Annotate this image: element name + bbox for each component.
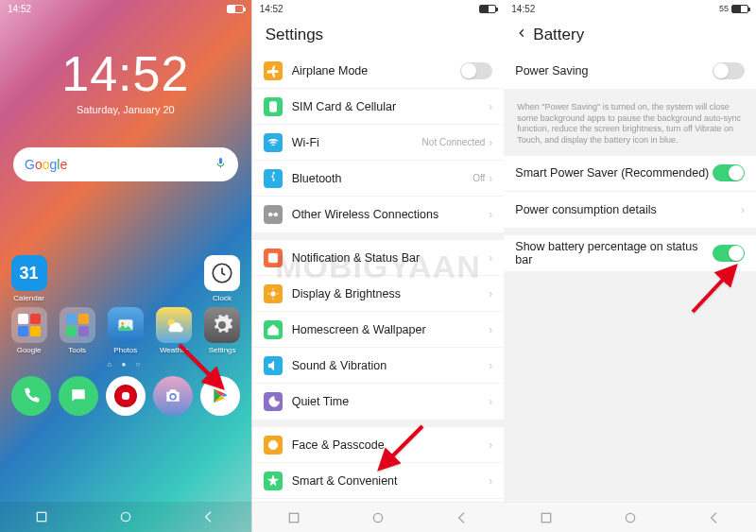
- face-icon: [264, 436, 283, 455]
- row-smart-power-saver[interactable]: Smart Power Saver (Recommended): [504, 156, 756, 192]
- page-title: Settings: [252, 17, 505, 53]
- row-label: Notification & Status Bar: [292, 251, 490, 265]
- chevron-right-icon: ›: [489, 323, 492, 336]
- app-tools-folder[interactable]: Tools: [53, 307, 101, 354]
- nav-back[interactable]: [696, 508, 733, 527]
- nav-home[interactable]: [611, 508, 649, 527]
- svg-point-20: [626, 513, 634, 522]
- app-clock[interactable]: Clock: [198, 255, 247, 302]
- status-time: 14:52: [260, 4, 284, 14]
- row-label: Quiet Time: [292, 395, 490, 408]
- chevron-right-icon: ›: [489, 474, 492, 488]
- sim-icon: [264, 97, 283, 116]
- nav-home[interactable]: [359, 508, 397, 527]
- settings-row-link[interactable]: Other Wireless Connections›: [252, 197, 505, 232]
- link-icon: [264, 205, 283, 224]
- status-bar: 14:52: [252, 0, 505, 17]
- svg-point-8: [268, 213, 272, 216]
- svg-rect-19: [541, 513, 550, 522]
- dock-play-store[interactable]: [200, 376, 240, 416]
- page-title: Battery: [504, 17, 756, 53]
- settings-row-face[interactable]: Face & Passcode›: [252, 427, 505, 463]
- nav-back[interactable]: [443, 508, 481, 527]
- row-label: Homescreen & Wallpaper: [292, 323, 490, 336]
- toggle-power-saving[interactable]: [713, 62, 745, 79]
- toggle-show-battery-percentage[interactable]: [713, 245, 745, 262]
- settings-row-airplane[interactable]: Airplane Mode: [252, 53, 505, 89]
- settings-row-smart[interactable]: Smart & Convenient›: [252, 463, 505, 499]
- chevron-right-icon: ›: [489, 136, 492, 149]
- nav-recent[interactable]: [23, 507, 60, 526]
- row-label: SIM Card & Cellular: [292, 100, 490, 113]
- nav-home[interactable]: [107, 507, 145, 526]
- settings-panel: 14:52 Settings Airplane ModeSIM Card & C…: [252, 0, 505, 532]
- settings-row-sound[interactable]: Sound & Vibration›: [252, 348, 505, 384]
- moon-icon: [264, 392, 283, 411]
- dock-camera[interactable]: [153, 376, 193, 416]
- app-photos[interactable]: Photos: [101, 307, 149, 354]
- svg-point-2: [121, 322, 124, 325]
- dock-opera[interactable]: [106, 376, 146, 416]
- settings-row-bt[interactable]: BluetoothOff›: [252, 161, 505, 197]
- app-settings[interactable]: Settings: [198, 307, 247, 354]
- status-time: 14:52: [511, 4, 535, 14]
- settings-row-display[interactable]: Display & Brightness›: [252, 276, 505, 312]
- clock-time: 14:52: [0, 45, 251, 102]
- settings-row-moon[interactable]: Quiet Time›: [252, 384, 505, 420]
- smart-icon: [264, 472, 283, 490]
- row-label: Airplane Mode: [292, 64, 461, 77]
- chevron-right-icon: ›: [489, 287, 492, 300]
- nav-recent[interactable]: [275, 508, 313, 527]
- row-label: Smart & Convenient: [292, 474, 490, 488]
- dock-phone[interactable]: [11, 376, 51, 416]
- settings-row-wifi[interactable]: Wi-FiNot Connected›: [252, 125, 505, 161]
- chevron-right-icon: ›: [489, 359, 492, 372]
- status-time: 14:52: [8, 4, 31, 14]
- row-show-battery-percentage[interactable]: Show battery percentage on status bar: [504, 235, 756, 271]
- back-button[interactable]: [517, 26, 527, 45]
- battery-icon: [479, 5, 496, 13]
- page-indicator: ⌂ ● ○: [0, 360, 251, 369]
- svg-rect-7: [269, 101, 276, 112]
- app-grid-row1: 31 Calendar Clock Google Tools Photos We…: [5, 255, 247, 354]
- battery-icon: [227, 5, 244, 13]
- dock: [0, 376, 251, 416]
- app-calendar[interactable]: 31 Calendar: [5, 255, 53, 302]
- airplane-icon: [264, 61, 283, 80]
- settings-row-notif[interactable]: Notification & Status Bar›: [252, 240, 505, 276]
- display-icon: [264, 284, 283, 303]
- svg-point-9: [274, 213, 278, 216]
- svg-rect-10: [268, 253, 277, 262]
- svg-rect-5: [38, 512, 46, 521]
- svg-point-14: [274, 443, 275, 444]
- svg-point-11: [270, 291, 275, 296]
- lock-clock: 14:52 Saturday, January 20: [0, 45, 251, 115]
- settings-row-home[interactable]: Homescreen & Wallpaper›: [252, 312, 505, 348]
- app-google-folder[interactable]: Google: [5, 307, 53, 354]
- battery-percentage: 55: [719, 4, 729, 13]
- settings-row-sim[interactable]: SIM Card & Cellular›: [252, 89, 505, 125]
- app-weather[interactable]: Weather: [149, 307, 198, 354]
- toggle[interactable]: [460, 62, 492, 79]
- dock-messages[interactable]: [59, 376, 98, 416]
- folder-icon: [11, 307, 47, 343]
- settings-row-shield[interactable]: Security›: [252, 499, 505, 502]
- toggle-smart-power-saver[interactable]: [713, 164, 745, 181]
- nav-recent[interactable]: [527, 508, 565, 527]
- google-search-bar[interactable]: Google: [13, 147, 238, 181]
- weather-icon: [156, 307, 192, 343]
- battery-list[interactable]: Power Saving When "Power Saving" is turn…: [504, 53, 756, 502]
- battery-panel: 14:52 55 Battery Power Saving When "Powe…: [504, 0, 756, 532]
- settings-list[interactable]: Airplane ModeSIM Card & Cellular›Wi-FiNo…: [252, 53, 505, 502]
- status-right: [227, 5, 244, 13]
- svg-point-12: [268, 440, 277, 449]
- gear-icon: [204, 307, 240, 343]
- row-label: Sound & Vibration: [292, 359, 490, 372]
- nav-back[interactable]: [190, 507, 228, 526]
- row-power-saving[interactable]: Power Saving: [504, 53, 756, 89]
- home-screen-panel: 14:52 14:52 Saturday, January 20 Google …: [0, 0, 252, 532]
- mic-icon[interactable]: [215, 156, 227, 173]
- clock-icon: [204, 255, 240, 291]
- row-power-consumption-details[interactable]: Power consumption details ›: [504, 192, 756, 228]
- wifi-icon: [264, 133, 283, 152]
